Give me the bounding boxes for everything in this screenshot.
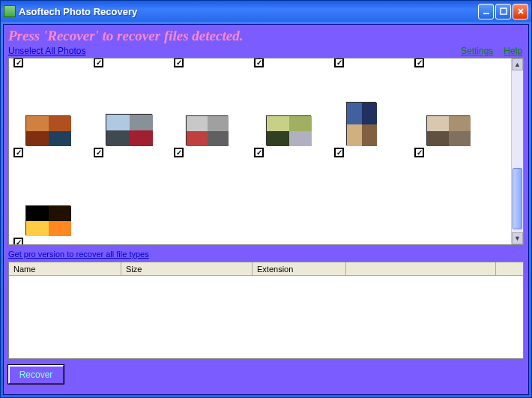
svg-rect-25 [449, 131, 471, 146]
client-area: Press 'Recover' to recover files detecte… [3, 24, 529, 395]
maximize-button[interactable] [495, 4, 511, 19]
svg-rect-17 [289, 131, 312, 146]
listview-column-header[interactable]: Size [121, 262, 253, 275]
scrollbar-track[interactable] [512, 70, 523, 232]
photo-checkbox[interactable]: ✓ [334, 148, 344, 157]
photo-cell[interactable]: ✓ [333, 61, 411, 69]
svg-rect-28 [26, 221, 49, 236]
svg-rect-22 [427, 116, 449, 131]
photo-cell[interactable]: ✓ [12, 61, 91, 69]
svg-rect-23 [449, 116, 471, 131]
photo-thumbnail[interactable] [25, 205, 70, 235]
photo-cell[interactable]: ✓ [172, 61, 251, 69]
photo-checkbox[interactable]: ✓ [94, 58, 103, 67]
photo-grid: ✓✓✓✓✓✓✓✓✓✓✓✓✓ [9, 58, 523, 245]
photo-cell[interactable]: ✓ [12, 159, 91, 245]
help-link[interactable]: Help [504, 46, 522, 56]
window-controls [478, 4, 528, 19]
maximize-icon [500, 7, 507, 15]
settings-link[interactable]: Settings [461, 46, 493, 56]
svg-rect-11 [208, 116, 229, 131]
button-row: Recover [4, 359, 528, 390]
photo-cell[interactable]: ✓ [333, 69, 411, 159]
scroll-up-arrow-icon[interactable]: ▲ [512, 58, 523, 70]
photo-cell[interactable]: ✓ [253, 69, 331, 159]
photo-thumbnail[interactable] [426, 115, 470, 145]
svg-rect-2 [26, 116, 49, 131]
photo-checkbox[interactable]: ✓ [254, 148, 264, 157]
recover-button[interactable]: Recover [8, 365, 64, 384]
instruction-text: Press 'Recover' to recover files detecte… [4, 25, 528, 44]
photo-cell[interactable]: ✓ [92, 69, 171, 159]
photo-checkbox[interactable]: ✓ [13, 58, 23, 67]
svg-rect-20 [347, 124, 362, 146]
listview-column-header[interactable]: Extension [253, 262, 346, 275]
close-button[interactable] [513, 4, 528, 19]
window-title: Asoftech Photo Recovery [19, 6, 478, 17]
svg-rect-6 [106, 115, 130, 130]
minimize-button[interactable] [478, 4, 494, 19]
svg-rect-26 [26, 206, 49, 221]
svg-rect-18 [347, 103, 362, 124]
photo-cell[interactable]: ✓ [413, 61, 492, 69]
svg-rect-8 [106, 130, 130, 146]
svg-rect-0 [483, 13, 489, 14]
svg-rect-16 [267, 131, 289, 146]
svg-rect-4 [26, 131, 49, 146]
svg-rect-7 [130, 115, 153, 130]
photo-cell[interactable]: ✓ [12, 69, 91, 159]
svg-rect-29 [49, 221, 71, 236]
svg-rect-9 [130, 130, 153, 146]
close-icon [517, 7, 525, 15]
photo-checkbox[interactable]: ✓ [414, 148, 424, 157]
photo-thumbnail[interactable] [25, 115, 70, 145]
listview-column-header[interactable]: Name [9, 262, 121, 275]
photo-thumbnail[interactable] [266, 115, 311, 145]
svg-rect-3 [49, 116, 71, 131]
pro-version-row: Get pro version to recover all file type… [4, 245, 528, 262]
file-listview[interactable]: NameSizeExtension [8, 262, 524, 359]
photo-checkbox[interactable]: ✓ [334, 58, 344, 67]
photo-thumbnail[interactable] [346, 102, 376, 145]
listview-column-header[interactable] [346, 262, 496, 275]
titlebar[interactable]: Asoftech Photo Recovery [1, 1, 531, 22]
app-icon [4, 5, 16, 17]
photo-thumbnail[interactable] [106, 114, 152, 145]
photo-checkbox[interactable]: ✓ [13, 148, 23, 157]
svg-rect-10 [187, 116, 208, 131]
photo-cell[interactable]: ✓ [172, 69, 251, 159]
svg-rect-12 [187, 131, 208, 146]
photo-cell[interactable]: ✓ [253, 61, 331, 69]
photo-checkbox[interactable]: ✓ [414, 58, 424, 67]
photo-cell[interactable]: ✓ [413, 69, 492, 159]
svg-rect-15 [289, 116, 312, 131]
svg-rect-5 [49, 131, 71, 146]
scrollbar-thumb[interactable] [513, 168, 522, 229]
listview-body [9, 276, 523, 358]
photo-cell[interactable]: ✓ [92, 61, 171, 69]
minimize-icon [483, 7, 490, 15]
svg-rect-13 [208, 131, 229, 146]
photo-checkbox[interactable]: ✓ [13, 238, 23, 245]
toolbar-links: Unselect All Photos Settings Help [4, 44, 528, 58]
svg-rect-24 [427, 131, 449, 146]
photo-checkbox[interactable]: ✓ [254, 58, 264, 67]
photo-checkbox[interactable]: ✓ [94, 148, 103, 157]
svg-rect-19 [362, 103, 377, 124]
svg-rect-27 [49, 206, 71, 221]
unselect-all-link[interactable]: Unselect All Photos [8, 46, 85, 56]
svg-rect-1 [501, 8, 507, 14]
scroll-down-arrow-icon[interactable]: ▼ [512, 232, 523, 244]
app-window: Asoftech Photo Recovery Press 'Recover' … [0, 0, 532, 398]
listview-header: NameSizeExtension [9, 262, 523, 276]
vertical-scrollbar[interactable]: ▲ ▼ [511, 58, 523, 244]
photo-thumbnail[interactable] [186, 115, 228, 145]
photo-checkbox[interactable]: ✓ [174, 58, 184, 67]
pro-version-link[interactable]: Get pro version to recover all file type… [8, 250, 149, 259]
svg-rect-21 [362, 124, 377, 146]
svg-rect-14 [267, 116, 289, 131]
photo-grid-container: ✓✓✓✓✓✓✓✓✓✓✓✓✓ ▲ ▼ [8, 58, 524, 245]
photo-checkbox[interactable]: ✓ [174, 148, 184, 157]
